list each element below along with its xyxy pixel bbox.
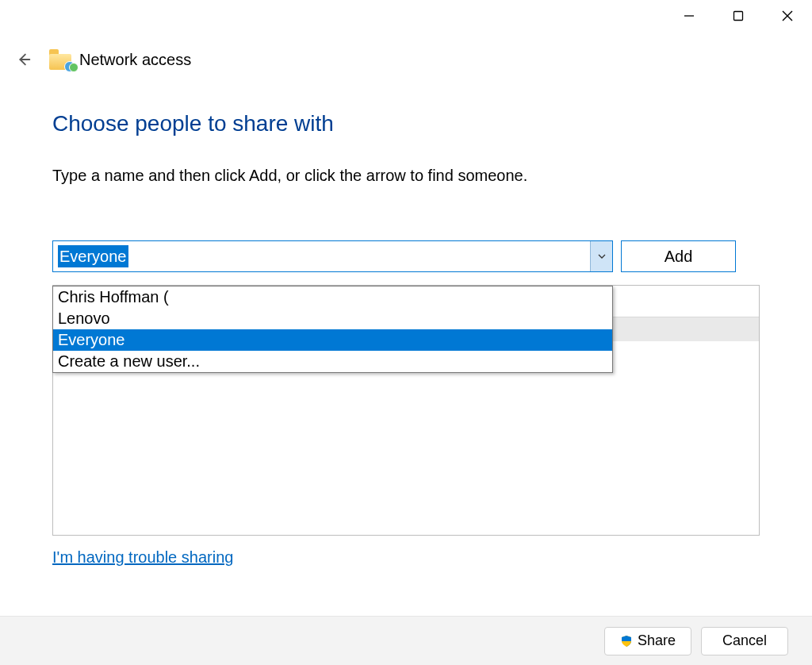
dropdown-option[interactable]: Everyone — [53, 329, 612, 351]
people-input-selection: Everyone — [58, 245, 128, 267]
close-button[interactable] — [763, 0, 812, 32]
minimize-button[interactable] — [665, 0, 714, 32]
back-button[interactable] — [10, 45, 38, 74]
add-people-row: Everyone Add — [52, 240, 736, 272]
dropdown-option[interactable]: Lenovo — [53, 308, 612, 329]
instructions-text: Type a name and then click Add, or click… — [52, 167, 812, 185]
share-button-label: Share — [638, 632, 676, 649]
trouble-sharing-link[interactable]: I'm having trouble sharing — [52, 548, 233, 567]
dropdown-option[interactable]: Create a new user... — [53, 351, 612, 372]
people-dropdown: Chris Hoffman ( Lenovo Everyone Create a… — [52, 286, 613, 373]
footer-bar: Share Cancel — [0, 616, 812, 665]
header-row: Network access — [0, 38, 812, 76]
network-folder-icon — [49, 49, 73, 70]
add-button[interactable]: Add — [621, 240, 736, 272]
window-controls — [665, 0, 812, 32]
share-button[interactable]: Share — [604, 627, 691, 655]
people-combobox[interactable]: Everyone — [52, 240, 613, 272]
maximize-button[interactable] — [714, 0, 763, 32]
window-title: Network access — [79, 51, 191, 69]
svg-rect-1 — [734, 12, 743, 21]
combobox-arrow-button[interactable] — [590, 241, 612, 271]
window-titlebar — [0, 0, 812, 38]
shield-icon — [620, 635, 633, 648]
page-heading: Choose people to share with — [52, 111, 812, 136]
chevron-down-icon — [597, 252, 607, 261]
cancel-button[interactable]: Cancel — [701, 627, 788, 655]
people-input[interactable]: Everyone — [52, 240, 613, 272]
dropdown-option[interactable]: Chris Hoffman ( — [53, 286, 612, 308]
